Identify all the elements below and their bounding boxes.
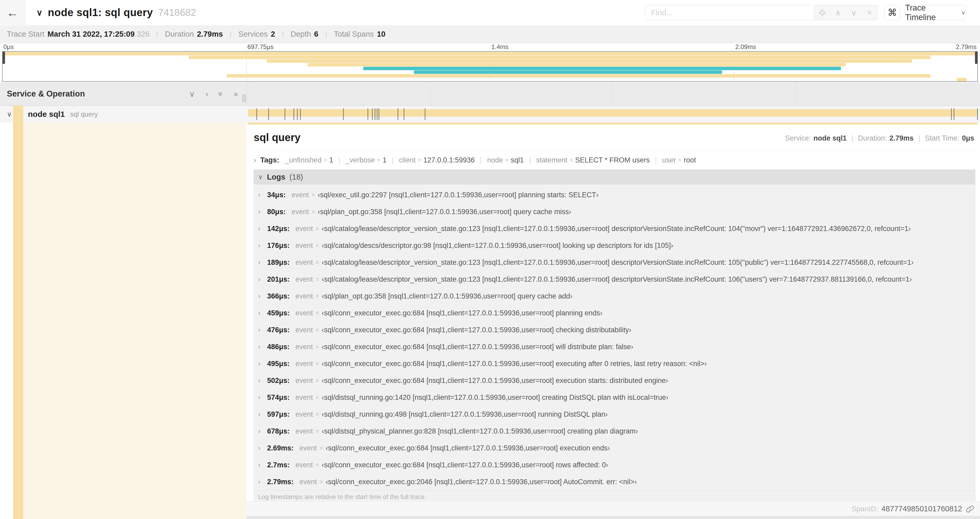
chevron-down-icon[interactable]: ∨ xyxy=(37,8,42,18)
chevron-right-icon: › xyxy=(258,326,267,334)
chevron-right-icon: › xyxy=(258,444,267,452)
log-entry-row[interactable]: › 34μs: event = ‹sql/exec_util.go:2297 [… xyxy=(254,187,975,203)
span-tag[interactable]: statement = SELECT * FROM users xyxy=(536,156,650,164)
trace-title-wrap: ∨ node sql1: sql query 7418682 xyxy=(37,0,196,25)
log-entry-row[interactable]: › 142μs: event = ‹sql/catalog/lease/desc… xyxy=(254,220,975,237)
keyboard-shortcuts-button[interactable]: ⌘ xyxy=(885,5,900,20)
span-tag[interactable]: _verbose = 1 xyxy=(346,156,387,164)
log-entry-row[interactable]: › 189μs: event = ‹sql/catalog/lease/desc… xyxy=(254,254,975,271)
expand-all-icon[interactable]: » xyxy=(234,89,238,98)
depth-value: 6 xyxy=(314,30,318,38)
tags-list: _unfinished = 1 | _verbose = 1 | client … xyxy=(285,156,696,164)
locate-icon[interactable] xyxy=(817,8,827,17)
collapse-all-icon[interactable]: » xyxy=(216,92,225,96)
span-tag[interactable]: client = 127.0.0.1:59936 xyxy=(399,156,475,164)
view-selector-label: Trace Timeline xyxy=(905,3,958,22)
timeline-column-header: Service & Operation ∨ › » » 0μs697.75μs1… xyxy=(0,82,980,106)
log-equals: = xyxy=(320,445,323,452)
log-timestamp: 189μs: xyxy=(267,259,290,267)
log-equals: = xyxy=(316,242,319,249)
span-row[interactable]: ∨ node sql1 sql query xyxy=(0,106,980,123)
tag-key: user xyxy=(662,156,676,164)
log-entry-row[interactable]: › 201μs: event = ‹sql/catalog/lease/desc… xyxy=(254,271,975,288)
tag-key: _unfinished xyxy=(285,156,321,164)
back-button[interactable]: ← xyxy=(0,0,25,25)
column-resizer-handle[interactable] xyxy=(243,94,245,102)
log-value: ‹sql/conn_executor_exec.go:684 [nsql1,cl… xyxy=(326,444,610,452)
log-entry-row[interactable]: › 459μs: event = ‹sql/conn_executor_exec… xyxy=(254,305,975,321)
log-entry-row[interactable]: › 486μs: event = ‹sql/conn_executor_exec… xyxy=(254,339,975,355)
log-timestamp: 476μs: xyxy=(267,326,290,334)
find-input[interactable] xyxy=(645,5,814,20)
log-entry-row[interactable]: › 2.7ms: event = ‹sql/conn_executor_exec… xyxy=(254,457,975,473)
span-tag[interactable]: _unfinished = 1 xyxy=(285,156,333,164)
span-row-labels: node sql1 sql query xyxy=(28,106,98,123)
log-timestamp: 2.79ms: xyxy=(267,478,294,486)
span-tag[interactable]: node = sql1 xyxy=(487,156,524,164)
log-entry-row[interactable]: › 176μs: event = ‹sql/catalog/descs/desc… xyxy=(254,237,975,254)
log-marker xyxy=(297,109,298,120)
log-equals: = xyxy=(316,326,319,334)
tag-value: SELECT * FROM users xyxy=(575,156,650,164)
span-tag[interactable]: user = root xyxy=(662,156,696,164)
chevron-down-icon[interactable]: ∨ xyxy=(7,106,12,123)
log-entry-row[interactable]: › 80μs: event = ‹sql/plan_opt.go:358 [ns… xyxy=(254,203,975,220)
log-entry-row[interactable]: › 476μs: event = ‹sql/conn_executor_exec… xyxy=(254,321,975,339)
log-entry-row[interactable]: › 2.79ms: event = ‹sql/conn_executor_exe… xyxy=(254,473,975,490)
log-entry-row[interactable]: › 2.69ms: event = ‹sql/conn_executor_exe… xyxy=(254,440,975,457)
log-value: ‹sql/distsql_running.go:498 [nsql1,clien… xyxy=(322,410,608,418)
chevron-right-icon: › xyxy=(258,343,267,350)
tags-row[interactable]: › Tags: _unfinished = 1 | _verbose = 1 |… xyxy=(254,154,696,166)
separator: | xyxy=(480,156,482,164)
trace-id: 7418682 xyxy=(158,7,196,18)
log-marker xyxy=(375,109,375,120)
log-marker xyxy=(293,109,294,120)
log-marker xyxy=(268,109,269,120)
log-entry-row[interactable]: › 502μs: event = ‹sql/conn_executor_exec… xyxy=(254,372,975,389)
trace-minimap[interactable] xyxy=(2,51,978,82)
log-entry-row[interactable]: › 574μs: event = ‹sql/distsql_running.go… xyxy=(254,389,975,406)
tag-value: root xyxy=(684,156,696,164)
separator: | xyxy=(230,30,232,38)
log-entry-row[interactable]: › 366μs: event = ‹sql/plan_opt.go:358 [n… xyxy=(254,288,975,305)
log-value: ‹sql/conn_executor_exec.go:684 [nsql1,cl… xyxy=(322,461,608,469)
log-equals: = xyxy=(316,462,319,469)
logs-header[interactable]: ∨ Logs (18) xyxy=(254,169,975,184)
log-value: ‹sql/distsql_physical_planner.go:828 [ns… xyxy=(322,427,638,435)
tag-key: _verbose xyxy=(346,156,375,164)
chevron-right-icon: › xyxy=(258,410,267,418)
span-id-bar: SpanID: 4877749850101760812 xyxy=(246,502,980,516)
separator: | xyxy=(156,30,158,38)
minimap-right-scrubber[interactable] xyxy=(975,52,977,64)
log-entry-row[interactable]: › 495μs: event = ‹sql/conn_executor_exec… xyxy=(254,355,975,372)
view-selector-dropdown[interactable]: Trace Timeline ∨ xyxy=(905,5,966,20)
timeline-tick-label: 1.4ms xyxy=(490,43,510,51)
trace-timeline-page: ← ∨ node sql1: sql query 7418682 ∧ ∨ × ⌘… xyxy=(0,0,980,519)
log-entry-row[interactable]: › 597μs: event = ‹sql/distsql_running.go… xyxy=(254,406,975,423)
clear-search-icon[interactable]: × xyxy=(864,8,875,17)
services-value: 2 xyxy=(271,30,275,38)
deep-link-icon[interactable] xyxy=(966,505,974,513)
service-value: node sql1 xyxy=(813,134,847,142)
log-marker xyxy=(398,109,398,120)
log-entry-row[interactable]: › 678μs: event = ‹sql/distsql_physical_p… xyxy=(254,423,975,440)
timeline-tick-label: 697.75μs xyxy=(246,43,275,51)
logs-footer-wrap: Log timestamps are relative to the start… xyxy=(254,490,975,503)
prev-match-icon[interactable]: ∧ xyxy=(833,8,843,18)
duration-label: Duration: xyxy=(858,134,887,142)
collapse-one-icon[interactable]: ∨ xyxy=(189,89,195,99)
log-marker xyxy=(379,109,379,120)
log-field-name: event xyxy=(296,343,313,351)
minimap-tick-row: 0μs697.75μs1.4ms2.09ms2.79ms xyxy=(2,43,978,51)
log-value: ‹sql/catalog/lease/descriptor_version_st… xyxy=(322,225,911,233)
minimap-left-scrubber[interactable] xyxy=(3,52,5,64)
span-duration-bar[interactable] xyxy=(248,109,978,117)
expand-one-icon[interactable]: › xyxy=(205,89,208,98)
next-match-icon[interactable]: ∨ xyxy=(848,8,859,18)
separator: | xyxy=(392,156,394,164)
chevron-right-icon: › xyxy=(258,360,267,367)
span-color-strip xyxy=(13,123,23,519)
minimap-span-bar xyxy=(308,63,846,67)
log-field-name: event xyxy=(296,225,313,233)
minimap-span-bar xyxy=(267,59,912,63)
